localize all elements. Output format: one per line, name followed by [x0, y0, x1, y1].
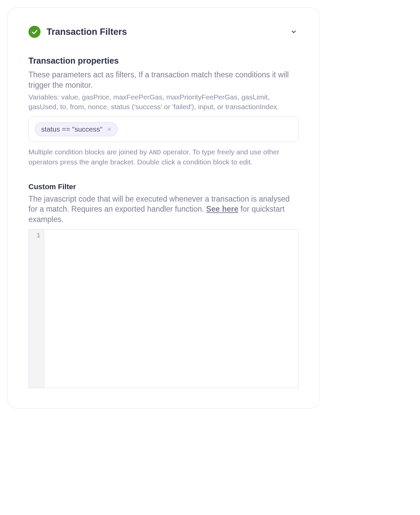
- transaction-properties-heading: Transaction properties: [28, 56, 298, 66]
- code-editor-gutter: 1: [29, 230, 44, 388]
- check-icon: [28, 26, 41, 38]
- chevron-down-icon[interactable]: [289, 27, 298, 36]
- condition-input[interactable]: status == "success": [28, 117, 298, 142]
- remove-chip-icon[interactable]: [107, 127, 112, 132]
- condition-help-text: Multiple condition blocks are joined by …: [28, 147, 298, 167]
- condition-help-pre: Multiple condition blocks are joined by: [28, 148, 149, 156]
- condition-chip[interactable]: status == "success": [35, 122, 118, 136]
- line-number: 1: [29, 232, 41, 239]
- transaction-properties-description: These parameters act as filters, If a tr…: [28, 70, 298, 90]
- condition-chip-text: status == "success": [41, 125, 102, 133]
- transaction-filters-panel: Transaction Filters Transaction properti…: [7, 7, 320, 409]
- transaction-properties-variables: Variables: value, gasPrice, maxFeePerGas…: [28, 92, 298, 112]
- panel-body: Transaction properties These parameters …: [28, 56, 298, 388]
- see-here-link[interactable]: See here: [206, 205, 238, 213]
- custom-filter-heading: Custom Filter: [28, 182, 298, 191]
- panel-title: Transaction Filters: [47, 27, 283, 37]
- panel-header[interactable]: Transaction Filters: [28, 26, 298, 38]
- code-editor-body[interactable]: [44, 230, 298, 388]
- code-editor[interactable]: 1: [28, 229, 298, 388]
- condition-help-operator: AND: [149, 149, 161, 156]
- custom-filter-description: The javascript code that will be execute…: [28, 194, 298, 225]
